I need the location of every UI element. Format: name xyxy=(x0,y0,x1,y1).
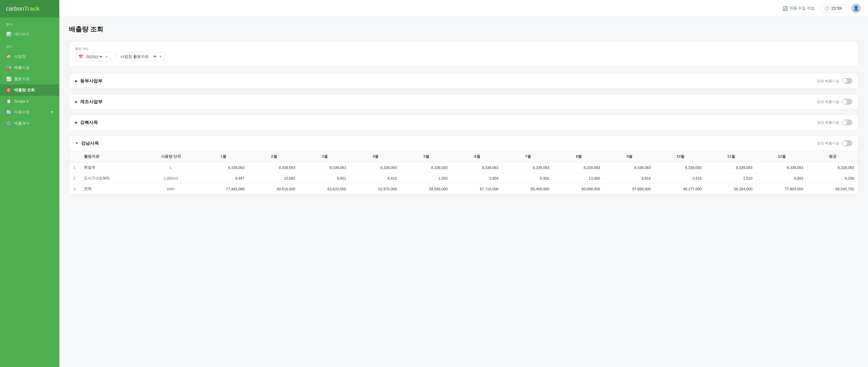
sidebar: carbonTrack 통계 📊 대시보드 관리 🏠 사업장 🏭 배출시설 📈 … xyxy=(0,0,59,367)
filter-bar: 활동 연도 📅 2023년 2022년 2021년 2024년 ▼ 사업장 활동… xyxy=(69,41,859,67)
sidebar-item-dashboard[interactable]: 📊 대시보드 xyxy=(0,29,59,40)
toggle-label: 담당 배출시설 xyxy=(817,141,839,146)
toggle-jeojo[interactable] xyxy=(842,99,852,105)
sidebar-item-business[interactable]: 🏠 사업장 xyxy=(0,51,59,62)
cell-7: 1,050 xyxy=(401,173,452,184)
section-title-group: ▶ 강북사옥 xyxy=(75,120,98,125)
chevron-right-icon: ▶ xyxy=(75,120,78,125)
gangnam-table: 활동자료 사용량 단위 1월 2월 3월 4월 5월 6월 7월 8월 9월 1… xyxy=(69,151,858,194)
section-gangbuk-right: 담당 배출시설 xyxy=(817,120,852,125)
toggle-dongbu[interactable] xyxy=(842,78,852,84)
cell-5: 8,339,083 xyxy=(299,162,350,173)
cell-0: 1 xyxy=(69,162,80,173)
section-jeojo-right: 담당 배출시설 xyxy=(817,99,852,105)
col-avg: 평균 xyxy=(807,151,858,162)
col-apr: 4월 xyxy=(350,151,401,162)
cell-6: 8,339,083 xyxy=(350,162,401,173)
toggle-label: 담당 배출시설 xyxy=(817,78,839,84)
type-filter-group: 사업장 활동자료 배출시설 활동자료 ▼ xyxy=(116,46,165,61)
cell-10: 80,099,000 xyxy=(554,184,604,195)
year-filter[interactable]: 📅 2023년 2022년 2021년 2024년 ▼ xyxy=(75,52,111,61)
cell-5: 9,452 xyxy=(299,173,350,184)
clock-icon: 🕐 xyxy=(825,6,830,11)
section-jeojo-header[interactable]: ▶ 제조사업부 담당 배출시설 xyxy=(69,94,858,109)
sidebar-item-emission-facility[interactable]: 🏭 배출시설 xyxy=(0,62,59,73)
col-aug: 8월 xyxy=(554,151,604,162)
avatar[interactable]: 👤 xyxy=(851,4,861,13)
cell-4: 8,339,083 xyxy=(249,162,299,173)
dashboard-icon: 📊 xyxy=(6,32,11,36)
col-no xyxy=(69,151,80,162)
sidebar-item-scope3[interactable]: 📋 Scope 3 xyxy=(0,96,59,106)
table-row: 1휘발유L8,339,0838,339,0838,339,0838,339,08… xyxy=(69,162,858,173)
sidebar-item-emission-inquiry[interactable]: 🎯 배출량 조회 xyxy=(0,85,59,96)
chevron-down-icon: ▼ xyxy=(159,55,162,58)
user-icon: 👤 xyxy=(853,5,859,11)
col-jul: 7월 xyxy=(502,151,553,162)
toggle-label: 담당 배출시설 xyxy=(817,99,839,104)
cell-7: 8,339,083 xyxy=(401,162,452,173)
type-filter[interactable]: 사업장 활동자료 배출시설 활동자료 ▼ xyxy=(116,52,165,61)
main-area: 🔄 자동 수집 작업 🕐 23:59 👤 배출량 조회 활동 연도 📅 2023… xyxy=(59,0,868,367)
section-gangnam-header[interactable]: ▼ 강남사옥 담당 배출시설 xyxy=(69,135,858,151)
sidebar-section-manage: 관리 xyxy=(0,40,59,51)
section-title-group: ▶ 동부사업부 xyxy=(75,78,102,84)
section-gangbuk-header[interactable]: ▶ 강북사옥 담당 배출시설 xyxy=(69,115,858,130)
cell-9: 85,499,000 xyxy=(502,184,553,195)
section-gangbuk: ▶ 강북사옥 담당 배출시설 xyxy=(69,114,859,130)
cell-12: 8,339,083 xyxy=(655,162,706,173)
chevron-down-icon: ▼ xyxy=(75,141,79,145)
section-title-group: ▼ 강남사옥 xyxy=(75,140,99,146)
cell-10: 8,339,083 xyxy=(554,162,604,173)
table-header-row: 활동자료 사용량 단위 1월 2월 3월 4월 5월 6월 7월 8월 9월 1… xyxy=(69,151,858,162)
section-title-group: ▶ 제조사업부 xyxy=(75,99,102,105)
calendar-icon: 📅 xyxy=(78,55,83,59)
year-filter-label: 활동 연도 xyxy=(75,46,111,51)
cell-3: 77,443,000 xyxy=(198,184,249,195)
section-gangnam: ▼ 강남사옥 담당 배출시설 활동자료 사용량 단위 1월 2월 xyxy=(69,135,859,195)
auto-collect-label: 자동 수집 작업 xyxy=(789,6,815,11)
sidebar-item-label: 자동수집 xyxy=(14,109,30,115)
year-select[interactable]: 2023년 2022년 2021년 2024년 xyxy=(85,54,103,59)
sidebar-item-auto-collect[interactable]: 🔄 자동수집 ▼ xyxy=(0,106,59,118)
sidebar-item-label: 사업장 xyxy=(14,54,26,59)
table-row: 3전력kWh77,443,00069,516,00063,633,00052,9… xyxy=(69,184,858,195)
cell-2: 1,000m3 xyxy=(144,173,198,184)
cell-1: 전력 xyxy=(80,184,144,195)
cell-9: 6,402 xyxy=(502,173,553,184)
cell-4: 69,516,000 xyxy=(249,184,299,195)
cell-10: 13,066 xyxy=(554,173,604,184)
gear-icon: ⚙️ xyxy=(6,121,11,126)
time-display: 🕐 23:59 xyxy=(820,4,845,12)
chevron-right-icon: ▶ xyxy=(75,100,78,104)
cell-13: 8,339,083 xyxy=(706,162,756,173)
toggle-gangbuk[interactable] xyxy=(842,120,852,125)
sidebar-item-label: 배출계수 xyxy=(14,121,30,126)
cell-0: 2 xyxy=(69,173,80,184)
content-area: 배출량 조회 활동 연도 📅 2023년 2022년 2021년 2024년 ▼ xyxy=(59,16,868,367)
cell-8: 8,339,083 xyxy=(452,162,502,173)
col-unit: 사용량 단위 xyxy=(144,151,198,162)
refresh-icon: 🔄 xyxy=(6,110,11,114)
cell-14: 77,803,000 xyxy=(756,184,807,195)
cell-14: 4,883 xyxy=(756,173,807,184)
sidebar-item-activity-data[interactable]: 📈 활동자료 xyxy=(0,73,59,85)
cell-12: 49,177,000 xyxy=(655,184,706,195)
sidebar-item-label: Scope 3 xyxy=(14,99,29,103)
section-dongbu-header[interactable]: ▶ 동부사업부 담당 배출시설 xyxy=(69,73,858,89)
logo-track: Track xyxy=(24,5,39,12)
logo: carbonTrack xyxy=(0,0,59,18)
cell-15: 6,299 xyxy=(807,173,858,184)
cell-12: 3,415 xyxy=(655,173,706,184)
col-dec: 12월 xyxy=(756,151,807,162)
refresh-small-icon: 🔄 xyxy=(782,6,787,11)
toggle-gangnam[interactable] xyxy=(842,140,852,146)
cell-6: 52,970,000 xyxy=(350,184,401,195)
cell-6: 4,410 xyxy=(350,173,401,184)
chevron-down-icon: ▼ xyxy=(50,110,53,114)
home-icon: 🏠 xyxy=(6,54,11,59)
section-gangnam-title: 강남사옥 xyxy=(81,140,99,146)
sidebar-item-emission-coeff[interactable]: ⚙️ 배출계수 xyxy=(0,118,59,129)
type-select[interactable]: 사업장 활동자료 배출시설 활동자료 xyxy=(119,54,157,59)
chevron-down-icon: ▼ xyxy=(105,55,108,58)
